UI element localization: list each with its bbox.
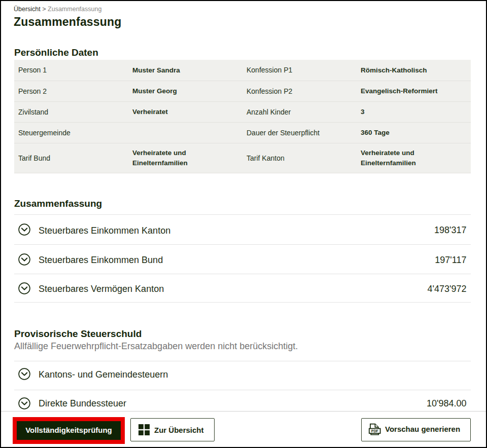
svg-text:PDF: PDF: [371, 429, 378, 433]
